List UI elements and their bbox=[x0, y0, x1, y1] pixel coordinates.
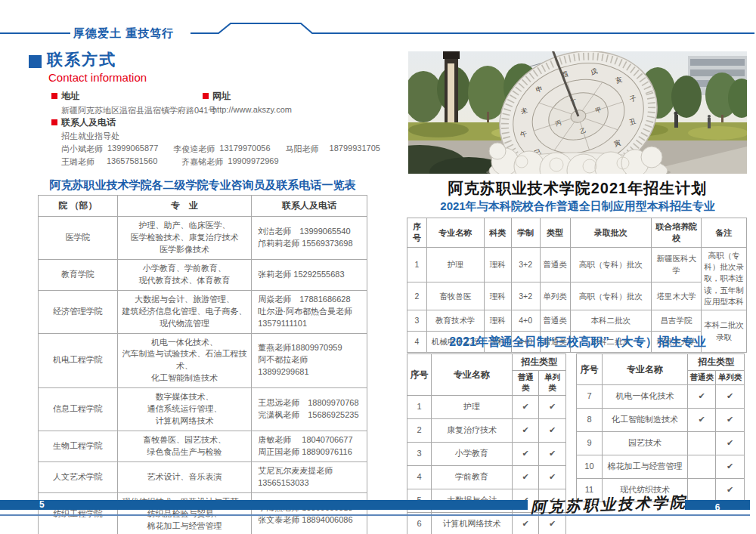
dept-cell: 生物工程学院 bbox=[39, 431, 118, 462]
consultants-table-title: 阿克苏职业技术学院各二级学院专业咨询员及联系电话一览表 bbox=[38, 178, 367, 193]
table-row: 10棉花加工与经营管理✔ bbox=[577, 455, 745, 479]
cell: 教育技术学 bbox=[426, 310, 484, 332]
teacher-phone: 18799931705 bbox=[330, 144, 380, 155]
table-header-row: 序号 专业名称 招生类型 bbox=[407, 354, 566, 371]
campus-sundial-photo: 子丑寅卯 辰巳午未 申酉戌亥 甲乙丙丁 bbox=[408, 51, 747, 174]
header-cell: 序号 bbox=[407, 218, 427, 248]
contact-cell: 李海燕老师 13399050818 张文泰老师 18894006086 bbox=[252, 492, 367, 534]
header-cell: 序号 bbox=[577, 354, 603, 385]
cell: 1 bbox=[407, 396, 432, 419]
cell: 高职（专科）批次 bbox=[570, 282, 652, 310]
contact-pair: 尚小斌老师13999065877 bbox=[61, 144, 158, 155]
teacher-name: 马阳老师 bbox=[286, 144, 319, 155]
majors-cell: 现代纺织技术、服装设计与工艺、 纺织品检验与贸易、 棉花加工与经营管理 bbox=[117, 492, 251, 534]
cell: 单列类 bbox=[540, 282, 570, 310]
consultants-table: 院 （部） 专 业 联系人及电话 医学院护理、助产、临床医学、 医学检验技术、康… bbox=[38, 195, 367, 534]
header-cell: 专 业 bbox=[117, 196, 251, 217]
check-separate: ✔ bbox=[539, 419, 566, 443]
cell: 3+2 bbox=[511, 282, 540, 310]
contact-cell: 王思远老师 18809970768 完潇枫老师 15686925235 bbox=[252, 388, 367, 431]
check-separate: ✔ bbox=[539, 396, 566, 419]
majors-cell: 艺术设计、音乐表演 bbox=[117, 461, 251, 492]
check-separate: ✔ bbox=[716, 385, 745, 409]
cell: 2 bbox=[407, 419, 432, 443]
cell: 本科二批次 bbox=[570, 310, 652, 332]
header-cell: 单列类 bbox=[539, 371, 566, 396]
table-row: 9园艺技术✔ bbox=[577, 432, 745, 455]
check-separate: ✔ bbox=[716, 479, 745, 502]
teacher-phone: 19909972969 bbox=[228, 156, 278, 168]
header-cell: 录取批次 bbox=[570, 218, 652, 248]
cell: 理科 bbox=[484, 310, 511, 332]
majors-cell: 大数据与会计、旅游管理、 建筑经济信息化管理、电子商务、 现代物流管理 bbox=[117, 290, 251, 333]
bachelor-plan-table: 序号 专业名称 科类 学制 类型 录取批次 联合培养院校 备注 1 护理 理科 … bbox=[407, 218, 747, 353]
plan-main-title: 阿克苏职业技术学院2021年招生计划 bbox=[408, 178, 747, 199]
table-row: 人文艺术学院艺术设计、音乐表演艾尼瓦尔麦麦提老师 13565153033 bbox=[39, 461, 367, 492]
check-separate: ✔ bbox=[716, 432, 745, 455]
contact-pair: 齐嘉铭老师19909972969 bbox=[181, 156, 278, 168]
table-row: 经济管理学院大数据与会计、旅游管理、 建筑经济信息化管理、电子商务、 现代物流管… bbox=[39, 290, 367, 333]
contact-cell: 唐敏老师 18040706677 周正国老师 18890976116 bbox=[252, 431, 367, 462]
check-general bbox=[688, 479, 716, 502]
contact-pair: 王璐老师13657581560 bbox=[61, 156, 157, 168]
dept-cell: 信息工程学院 bbox=[39, 388, 118, 431]
cell: 普通类 bbox=[540, 248, 570, 282]
school-motto: 厚德爱土 重技笃行 bbox=[73, 26, 174, 41]
table-row: 医学院护理、助产、临床医学、 医学检验技术、康复治疗技术 医学影像技术刘洁老师 … bbox=[39, 217, 367, 260]
cell: 2 bbox=[407, 282, 427, 310]
check-general: ✔ bbox=[513, 419, 539, 443]
check-general: ✔ bbox=[688, 409, 716, 432]
majors-cell: 小学教育、学前教育、 现代教育技术、体育教育 bbox=[117, 259, 251, 290]
header-cell: 招生类型 bbox=[688, 354, 745, 371]
teacher-name: 齐嘉铭老师 bbox=[181, 156, 223, 168]
cell: 护理 bbox=[426, 248, 484, 282]
table-row: 7机电一体化技术✔✔ bbox=[577, 385, 745, 409]
check-separate: ✔ bbox=[539, 443, 566, 466]
dept-cell: 人文艺术学院 bbox=[39, 461, 118, 492]
cell: 机电一体化技术 bbox=[602, 385, 687, 409]
cell: 棉花加工与经营管理 bbox=[602, 455, 687, 479]
cell: 4 bbox=[407, 466, 432, 489]
address-label: 地址 bbox=[61, 90, 79, 103]
header-cell: 联合培养院校 bbox=[652, 218, 702, 248]
teacher-name: 王璐老师 bbox=[61, 156, 94, 168]
header-cell: 专业名称 bbox=[431, 354, 512, 396]
website-label: 网址 bbox=[212, 90, 231, 103]
cell: 普通类 bbox=[540, 310, 570, 332]
header-cell: 院 （部） bbox=[39, 196, 118, 217]
contact-line-2: 王璐老师13657581560 齐嘉铭老师19909972969 bbox=[61, 156, 279, 168]
contact-pair: 马阳老师18799931705 bbox=[286, 144, 380, 155]
header-cell: 普通类 bbox=[513, 371, 539, 396]
cell: 塔里木大学 bbox=[652, 282, 702, 310]
header-cell: 普通类 bbox=[688, 371, 716, 385]
section-bullet-square bbox=[29, 55, 42, 68]
cell: 康复治疗技术 bbox=[431, 419, 512, 443]
table-row: 3 教育技术学 理科 4+0 普通类 本科二批次 昌吉学院 本科二批次录取 bbox=[407, 310, 747, 332]
table-row: 生物工程学院畜牧兽医、园艺技术、 绿色食品生产与检验唐敏老师 180407066… bbox=[39, 431, 367, 462]
header-cell: 科类 bbox=[484, 218, 511, 248]
cell: 7 bbox=[577, 385, 603, 409]
cell: 化工智能制造技术 bbox=[602, 409, 687, 432]
address-bullet-icon bbox=[51, 93, 57, 99]
remark-cell: 高职（专科）批次录取，职本连读，五年制应用型本科 bbox=[702, 248, 747, 310]
contact-pair: 李俊逵老师13179970056 bbox=[173, 144, 270, 155]
check-separate: ✔ bbox=[716, 409, 745, 432]
cell: 9 bbox=[577, 432, 603, 455]
cell: 4+0 bbox=[511, 310, 540, 332]
header-cell: 序号 bbox=[407, 354, 432, 396]
cell: 护理 bbox=[431, 396, 512, 419]
cell: 10 bbox=[577, 455, 603, 479]
cell: 3 bbox=[407, 310, 427, 332]
cell: 1 bbox=[407, 248, 427, 282]
website-url[interactable]: http://www.akszy.com bbox=[212, 105, 292, 114]
header-cell: 联系人及电话 bbox=[252, 196, 367, 217]
dept-cell: 教育学院 bbox=[39, 259, 118, 290]
contacts-label: 联系人及电话 bbox=[61, 116, 116, 129]
teacher-phone: 13999065877 bbox=[107, 144, 158, 155]
check-general bbox=[688, 432, 716, 455]
majors-cell: 机电一体化技术、 汽车制造与试验技术、石油工程技术、 化工智能制造技术 bbox=[117, 333, 251, 388]
table-row: 机电工程学院机电一体化技术、 汽车制造与试验技术、石油工程技术、 化工智能制造技… bbox=[39, 333, 367, 388]
table-row: 教育学院小学教育、学前教育、 现代教育技术、体育教育张莉老师 152925556… bbox=[39, 259, 367, 290]
dept-cell: 经济管理学院 bbox=[39, 290, 118, 333]
teacher-phone: 13657581560 bbox=[107, 156, 157, 168]
